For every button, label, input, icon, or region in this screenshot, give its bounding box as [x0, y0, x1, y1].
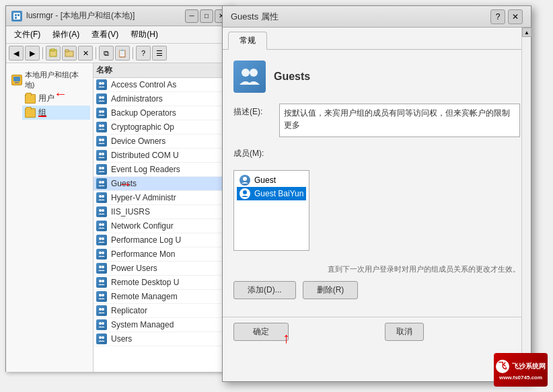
list-item[interactable]: Access Control As: [94, 78, 233, 92]
svg-point-26: [99, 195, 102, 198]
svg-rect-8: [13, 77, 20, 81]
cancel-button[interactable]: 取消: [385, 323, 424, 341]
svg-point-40: [99, 294, 102, 297]
description-label: 描述(E):: [233, 104, 274, 118]
dialog-content: Guests 描述(E): 按默认值，来宾用户组的成员有同等访问权，但来宾帐户的…: [223, 50, 531, 317]
forward-button[interactable]: ▶: [25, 46, 40, 61]
scroll-up-button[interactable]: ▲: [522, 28, 531, 37]
svg-point-33: [102, 237, 104, 240]
dialog-help-button[interactable]: ?: [490, 9, 505, 24]
svg-point-30: [99, 223, 102, 226]
list-item[interactable]: System Managed: [94, 318, 233, 332]
group-icon: [96, 79, 107, 90]
group-icon: [96, 277, 107, 288]
folder-users-icon: [25, 94, 36, 104]
back-button[interactable]: ◀: [9, 46, 24, 61]
group-icon: [96, 249, 107, 260]
help-button[interactable]: ?: [136, 46, 151, 61]
menu-view[interactable]: 查看(V): [86, 28, 124, 42]
notice-text: 直到下一次用户登录时对用户的组成员关系的更改才生效。: [233, 264, 520, 274]
list-item[interactable]: Device Owners: [94, 134, 233, 149]
svg-point-21: [102, 153, 104, 155]
members-section: 成员(M): Guest Guest BaiYun: [233, 145, 520, 256]
menu-file[interactable]: 文件(F): [9, 28, 46, 42]
svg-rect-9: [15, 82, 19, 83]
list-item-label: Performance Log U: [111, 235, 181, 245]
svg-point-44: [99, 322, 102, 325]
tab-general[interactable]: 常规: [228, 32, 267, 50]
list-item-label: Power Users: [111, 264, 157, 273]
list-item-guests[interactable]: Guests: [94, 177, 233, 191]
list-item[interactable]: Cryptographic Op: [94, 120, 233, 134]
svg-point-10: [99, 82, 102, 85]
group-icon: [96, 150, 107, 161]
delete-button[interactable]: ✕: [78, 46, 93, 61]
member-guest-icon: [239, 175, 250, 186]
svg-point-37: [102, 266, 104, 268]
svg-point-39: [102, 280, 104, 282]
main-window-title: lusrmgr - [本地用户和组(本地)]: [26, 10, 181, 22]
list-item[interactable]: Hyper-V Administr: [94, 191, 233, 205]
maximize-button[interactable]: □: [200, 9, 213, 23]
group-icon: [96, 263, 107, 274]
group-icon: [96, 206, 107, 217]
list-item[interactable]: Network Configur: [94, 219, 233, 233]
svg-point-43: [102, 308, 104, 311]
svg-point-31: [102, 223, 104, 226]
name-column-header: 名称: [96, 65, 231, 76]
copy-button[interactable]: ⧉: [99, 46, 114, 61]
paste-button[interactable]: 📋: [115, 46, 130, 61]
properties-button[interactable]: ☰: [152, 46, 167, 61]
list-item[interactable]: Replicator: [94, 304, 233, 318]
svg-point-16: [99, 124, 102, 127]
list-item[interactable]: Remote Managem: [94, 290, 233, 304]
svg-point-50: [243, 177, 247, 181]
member-item-guestbaiyun[interactable]: Guest BaiYun: [237, 187, 306, 200]
svg-point-25: [102, 181, 104, 184]
remove-button[interactable]: 删除(R): [303, 281, 359, 299]
ok-button[interactable]: 确定: [233, 323, 289, 341]
svg-point-34: [99, 251, 102, 254]
up-button[interactable]: [46, 46, 61, 61]
dialog-footer: 确定 取消: [223, 317, 531, 346]
svg-point-49: [250, 69, 258, 77]
svg-point-48: [242, 69, 250, 77]
list-item[interactable]: Performance Mon: [94, 247, 233, 262]
group-icon: [96, 93, 107, 104]
tree-item-groups[interactable]: 组: [22, 106, 90, 120]
minimize-button[interactable]: ─: [185, 9, 198, 23]
svg-point-51: [243, 190, 247, 194]
group-icon: [96, 221, 107, 231]
list-item-label: Guests: [111, 179, 137, 188]
group-icon: [96, 178, 107, 189]
menu-action[interactable]: 操作(A): [47, 28, 85, 42]
list-item[interactable]: Administrators: [94, 92, 233, 106]
members-label: 成员(M):: [233, 145, 274, 159]
folder-button[interactable]: [62, 46, 77, 61]
add-button[interactable]: 添加(D)...: [233, 281, 296, 299]
list-item[interactable]: Remote Desktop U: [94, 276, 233, 290]
list-item[interactable]: IIS_IUSRS: [94, 205, 233, 219]
dialog-header: Guests: [233, 61, 520, 93]
list-item-label: Network Configur: [111, 221, 174, 231]
dialog-title-buttons: ? ✕: [490, 9, 523, 24]
list-item[interactable]: Event Log Readers: [94, 163, 233, 177]
tree-item-users[interactable]: 用户: [22, 91, 90, 106]
svg-rect-1: [15, 14, 17, 16]
dialog-close-button[interactable]: ✕: [508, 9, 523, 24]
menu-help[interactable]: 帮助(H): [125, 28, 163, 42]
list-item[interactable]: Power Users: [94, 262, 233, 276]
group-icon: [96, 192, 107, 203]
dialog-scrollbar[interactable]: ▲ ▼: [521, 28, 531, 381]
tree-item-users-label: 用户: [38, 93, 54, 104]
list-item[interactable]: Distributed COM U: [94, 149, 233, 163]
list-item-label: Access Control As: [111, 80, 176, 89]
group-icon: [96, 122, 107, 132]
list-item[interactable]: Performance Log U: [94, 233, 233, 247]
svg-point-42: [99, 308, 102, 311]
tree-root-item[interactable]: 本地用户和组(本地): [9, 69, 90, 91]
list-item[interactable]: Users: [94, 332, 233, 346]
list-item[interactable]: Backup Operators: [94, 106, 233, 120]
member-item-guest[interactable]: Guest: [237, 173, 306, 187]
main-title-bar: lusrmgr - [本地用户和组(本地)] ─ □ ✕: [6, 6, 233, 26]
